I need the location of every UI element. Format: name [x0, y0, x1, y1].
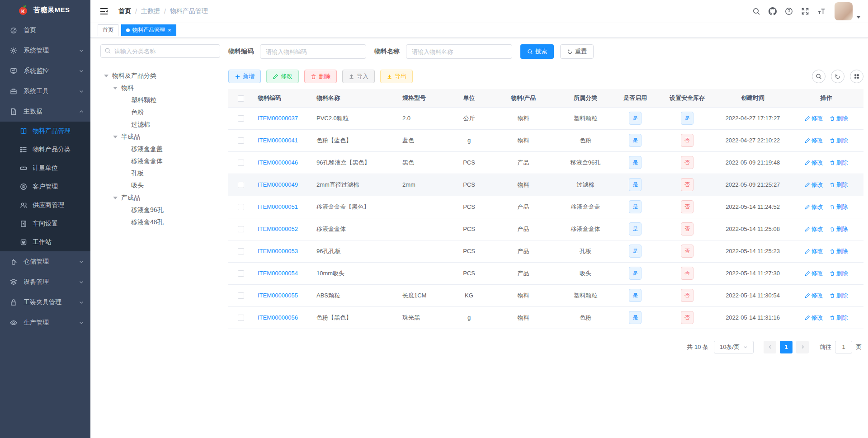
app-logo[interactable]: K 苦糖果MES	[0, 0, 90, 20]
next-page-button[interactable]	[796, 341, 809, 353]
row-edit-link[interactable]: 修改	[805, 181, 823, 189]
sidebar-item-system-monitor[interactable]: 系统监控	[0, 61, 90, 81]
import-button[interactable]: 导入	[342, 70, 375, 83]
row-checkbox[interactable]	[238, 226, 244, 232]
row-edit-link[interactable]: 修改	[805, 314, 823, 322]
fullscreen-button[interactable]	[799, 5, 811, 17]
sidebar-item-warehouse-mgmt[interactable]: 仓储管理	[0, 251, 90, 272]
font-size-button[interactable]	[816, 5, 827, 17]
row-delete-link[interactable]: 删除	[830, 159, 848, 167]
hamburger-icon[interactable]	[99, 7, 108, 16]
row-delete-link[interactable]: 删除	[830, 292, 848, 300]
item-code-link[interactable]: ITEM00000054	[258, 270, 298, 277]
tree-expand-icon[interactable]	[113, 136, 118, 138]
item-code-link[interactable]: ITEM00000049	[258, 181, 298, 188]
row-edit-link[interactable]: 修改	[805, 114, 823, 122]
sidebar-item-system-tools[interactable]: 系统工具	[0, 81, 90, 101]
tree-node[interactable]: 吸头	[100, 179, 220, 192]
tree-expand-icon[interactable]	[113, 197, 118, 199]
row-checkbox[interactable]	[238, 137, 244, 144]
row-edit-link[interactable]: 修改	[805, 269, 823, 278]
tree-node[interactable]: 孔板	[100, 167, 220, 179]
row-edit-link[interactable]: 修改	[805, 137, 823, 145]
row-checkbox[interactable]	[238, 160, 244, 166]
sidebar-item-measure-unit[interactable]: 计量单位	[0, 159, 90, 177]
row-edit-link[interactable]: 修改	[805, 203, 823, 211]
column-settings-button[interactable]	[850, 70, 863, 83]
row-edit-link[interactable]: 修改	[805, 159, 823, 167]
row-delete-link[interactable]: 删除	[830, 314, 848, 322]
item-code-link[interactable]: ITEM00000041	[258, 137, 298, 144]
row-checkbox[interactable]	[238, 182, 244, 188]
page-number-1[interactable]: 1	[780, 341, 793, 353]
row-checkbox[interactable]	[238, 115, 244, 122]
refresh-table-button[interactable]	[831, 70, 844, 83]
export-button[interactable]: 导出	[380, 70, 413, 83]
tree-expand-icon[interactable]	[104, 75, 108, 77]
page-size-select[interactable]: 10条/页	[714, 341, 754, 353]
sidebar-item-home[interactable]: 首页	[0, 20, 90, 40]
sidebar-item-workstation[interactable]: 工作站	[0, 233, 90, 251]
sidebar-item-supplier-mgmt[interactable]: 供应商管理	[0, 196, 90, 214]
sidebar-item-fixture-mgmt[interactable]: 工装夹具管理	[0, 292, 90, 312]
toggle-search-button[interactable]	[812, 70, 826, 83]
item-code-link[interactable]: ITEM00000046	[258, 159, 298, 166]
tree-node[interactable]: 移液盒盒体	[100, 155, 220, 167]
avatar[interactable]	[835, 2, 853, 20]
sidebar-item-production-mgmt[interactable]: 生产管理	[0, 312, 90, 333]
tree-node[interactable]: 过滤棉	[100, 118, 220, 131]
sidebar-item-workshop-settings[interactable]: 车间设置	[0, 214, 90, 233]
reset-button[interactable]: 重置	[560, 44, 594, 59]
select-all-checkbox[interactable]	[238, 95, 244, 102]
material-name-input[interactable]	[406, 44, 512, 59]
sidebar-item-customer-mgmt[interactable]: 客户管理	[0, 177, 90, 196]
sidebar-item-master-data[interactable]: 主数据	[0, 101, 90, 122]
tag-close-icon[interactable]: ×	[168, 27, 171, 33]
tree-node[interactable]: 色粉	[100, 106, 220, 118]
row-edit-link[interactable]: 修改	[805, 247, 823, 255]
tree-expand-icon[interactable]	[113, 87, 118, 89]
row-checkbox[interactable]	[238, 248, 244, 254]
row-delete-link[interactable]: 删除	[830, 137, 848, 145]
help-button[interactable]	[783, 5, 795, 17]
sidebar-item-material-product-mgmt[interactable]: 物料产品管理	[0, 122, 90, 140]
row-delete-link[interactable]: 删除	[830, 203, 848, 211]
row-checkbox[interactable]	[238, 270, 244, 277]
row-checkbox[interactable]	[238, 204, 244, 210]
breadcrumb-item[interactable]: 主数据	[141, 7, 160, 15]
item-code-link[interactable]: ITEM00000051	[258, 203, 298, 210]
tree-node[interactable]: 半成品	[100, 131, 220, 143]
row-checkbox[interactable]	[238, 315, 244, 321]
item-code-link[interactable]: ITEM00000056	[258, 314, 298, 321]
category-search-input[interactable]	[100, 44, 220, 58]
material-code-input[interactable]	[260, 44, 366, 59]
tree-node[interactable]: 塑料颗粒	[100, 94, 220, 106]
item-code-link[interactable]: ITEM00000053	[258, 248, 298, 254]
tree-node[interactable]: 移液盒盒盖	[100, 143, 220, 155]
header-search-button[interactable]	[750, 5, 762, 17]
sidebar-item-system-admin[interactable]: 系统管理	[0, 40, 90, 61]
goto-page-input[interactable]	[835, 341, 852, 353]
search-button[interactable]: 搜索	[520, 44, 554, 59]
row-edit-link[interactable]: 修改	[805, 225, 823, 233]
breadcrumb-item[interactable]: 首页	[118, 7, 131, 15]
user-menu[interactable]	[835, 2, 861, 20]
prev-page-button[interactable]	[764, 341, 776, 353]
tree-node[interactable]: 物料	[100, 82, 220, 94]
row-delete-link[interactable]: 删除	[830, 247, 848, 255]
sidebar-item-material-product-category[interactable]: 物料产品分类	[0, 140, 90, 159]
row-delete-link[interactable]: 删除	[830, 269, 848, 278]
sidebar-item-device-mgmt[interactable]: 设备管理	[0, 272, 90, 292]
delete-button[interactable]: 删除	[304, 70, 337, 83]
row-delete-link[interactable]: 删除	[830, 225, 848, 233]
add-button[interactable]: 新增	[228, 70, 261, 83]
tag-home[interactable]: 首页	[98, 24, 118, 36]
item-code-link[interactable]: ITEM00000055	[258, 292, 298, 299]
tag-material-product-mgmt[interactable]: 物料产品管理 ×	[121, 24, 176, 36]
row-delete-link[interactable]: 删除	[830, 181, 848, 189]
row-checkbox[interactable]	[238, 292, 244, 299]
row-edit-link[interactable]: 修改	[805, 292, 823, 300]
item-code-link[interactable]: ITEM00000052	[258, 226, 298, 232]
github-button[interactable]	[767, 5, 778, 17]
item-code-link[interactable]: ITEM00000037	[258, 115, 298, 122]
